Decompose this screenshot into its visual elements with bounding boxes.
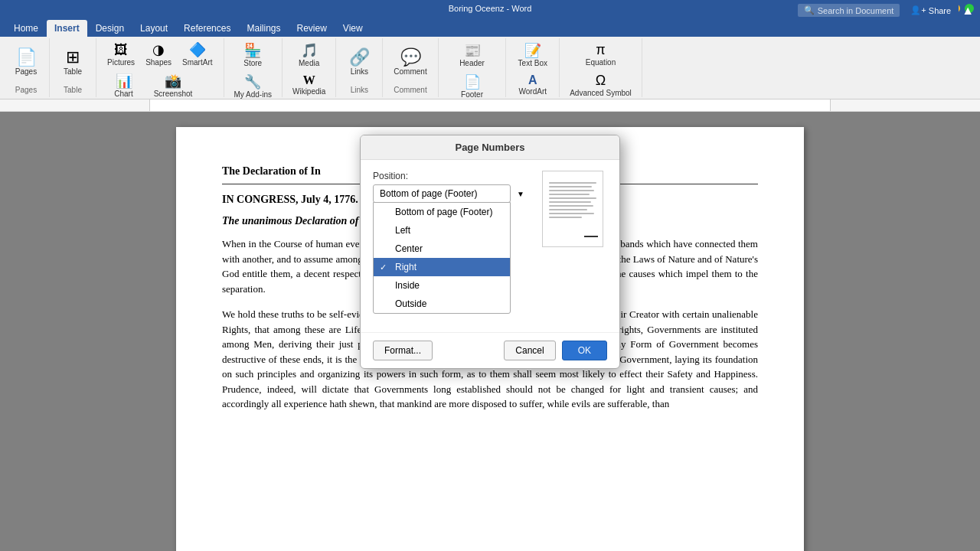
- document-area: The Declaration of In IN CONGRESS, July …: [0, 112, 980, 551]
- screenshot-icon: 📸: [165, 74, 181, 88]
- search-placeholder: Search in Document: [818, 6, 894, 15]
- dialog-left-panel: Position: Bottom of page (Footer) ▼ Bott…: [373, 171, 529, 321]
- header-button[interactable]: 📰 Header: [456, 40, 488, 70]
- shapes-button[interactable]: ◑ Shapes: [141, 40, 176, 70]
- ribbon-group-symbols: π Equation Ω Advanced Symbol: [560, 38, 642, 97]
- dialog-body: Position: Bottom of page (Footer) ▼ Bott…: [361, 160, 619, 332]
- page-numbers-dialog: Page Numbers Position: Bottom of page (F…: [360, 135, 620, 369]
- tab-references[interactable]: References: [176, 20, 238, 37]
- tab-insert[interactable]: Insert: [47, 20, 87, 37]
- symbol-button[interactable]: Ω Advanced Symbol: [566, 70, 635, 99]
- dropdown-item-bottom[interactable]: Bottom of page (Footer): [374, 203, 510, 221]
- ribbon-group-text: 📝 Text Box A WordArt A Drop Cap: [506, 38, 560, 97]
- dropdown-item-right[interactable]: ✓ Right: [374, 258, 510, 276]
- share-icon: 👤+: [910, 5, 926, 15]
- ribbon-group-table: ⊞ Table Table: [50, 38, 96, 97]
- ribbon-group-media: 🎵 Media W Wikipedia Media: [283, 38, 336, 97]
- alignment-dropdown: Bottom of page (Footer) Left Center: [373, 202, 511, 314]
- my-addins-button[interactable]: 🔧 My Add-ins: [230, 71, 276, 99]
- app-title: Boring Oceenz - Word: [449, 4, 532, 13]
- pages-label: Pages: [15, 67, 37, 76]
- tab-review[interactable]: Review: [289, 20, 334, 37]
- dialog-right-panel: [538, 171, 607, 321]
- footer-icon: 📄: [464, 73, 481, 90]
- dropdown-item-center[interactable]: Center: [374, 240, 510, 258]
- ribbon-group-header-footer: 📰 Header 📄 Footer 🔢 Page Number: [439, 38, 507, 97]
- tab-mailings[interactable]: Mailings: [239, 20, 288, 37]
- footer-button[interactable]: 📄 Footer: [457, 71, 487, 99]
- screenshot-button[interactable]: 📸 Screenshot: [146, 71, 200, 99]
- position-label: Position:: [373, 171, 529, 181]
- dropdown-item-left[interactable]: Left: [374, 221, 510, 240]
- tab-layout[interactable]: Layout: [132, 20, 175, 37]
- ribbon-group-pages: 📄 Pages Pages: [3, 38, 50, 97]
- tab-view[interactable]: View: [335, 20, 371, 37]
- format-button[interactable]: Format...: [373, 341, 433, 360]
- tab-design[interactable]: Design: [88, 20, 132, 37]
- position-select-display[interactable]: Bottom of page (Footer): [373, 184, 511, 203]
- wordart-button[interactable]: A WordArt: [515, 71, 551, 98]
- ribbon-group-links: 🔗 Links Links: [336, 38, 383, 97]
- chart-icon: 📊: [116, 74, 132, 88]
- pictures-button[interactable]: 🖼 Pictures: [103, 40, 139, 70]
- smartart-icon: 🔷: [189, 43, 206, 57]
- dropdown-item-outside[interactable]: Outside: [374, 295, 510, 313]
- pictures-icon: 🖼: [114, 43, 128, 57]
- comment-icon: 💬: [400, 49, 421, 66]
- page-number-preview: [542, 171, 603, 247]
- header-icon: 📰: [464, 42, 481, 59]
- pages-button[interactable]: 📄 Pages: [9, 46, 43, 79]
- textbox-button[interactable]: 📝 Text Box: [514, 40, 551, 70]
- dialog-footer-right: Cancel OK: [504, 341, 607, 360]
- ribbon-collapse-icon[interactable]: ▲: [962, 4, 974, 18]
- store-icon: 🏪: [244, 42, 261, 59]
- shapes-icon: ◑: [152, 43, 165, 57]
- share-button[interactable]: 👤+ Share: [903, 3, 959, 18]
- wikipedia-icon: W: [303, 73, 315, 87]
- table-group-label: Table: [64, 86, 82, 96]
- modal-overlay: Page Numbers Position: Bottom of page (F…: [0, 112, 980, 551]
- table-button[interactable]: ⊞ Table: [56, 46, 90, 79]
- ruler: [0, 99, 980, 112]
- preview-lines: [549, 182, 596, 220]
- ribbon-tabs: Home Insert Design Layout References Mai…: [0, 17, 980, 37]
- chart-button[interactable]: 📊 Chart: [103, 71, 145, 99]
- comment-button[interactable]: 💬 Comment: [389, 46, 431, 79]
- ribbon: 📄 Pages Pages ⊞ Table Table 🖼 Pictures ◑: [0, 37, 980, 99]
- pages-icon: 📄: [16, 49, 37, 66]
- links-button[interactable]: 🔗 Links: [342, 46, 376, 79]
- ruler-inner: [149, 99, 831, 111]
- links-icon: 🔗: [349, 49, 370, 66]
- ribbon-group-illustrations: 🖼 Pictures ◑ Shapes 🔷 SmartArt 📊 Chart: [96, 38, 224, 97]
- table-icon: ⊞: [66, 49, 80, 66]
- equation-button[interactable]: π Equation: [582, 40, 619, 69]
- ribbon-group-addins: 🏪 Store 🔧 My Add-ins: [224, 38, 283, 97]
- media-icon: 🎵: [301, 42, 318, 59]
- wordart-icon: A: [528, 73, 537, 87]
- textbox-icon: 📝: [524, 42, 541, 59]
- position-field-row: Position: Bottom of page (Footer) ▼ Bott…: [373, 171, 529, 314]
- selected-check-icon: ✓: [380, 262, 390, 272]
- addins-icon: 🔧: [244, 73, 261, 90]
- position-select-arrow-icon: ▼: [517, 190, 524, 198]
- symbol-icon: Ω: [596, 73, 606, 89]
- smartart-button[interactable]: 🔷 SmartArt: [178, 40, 217, 70]
- position-select-wrapper: Bottom of page (Footer) ▼: [373, 184, 529, 203]
- preview-footer-number: [584, 236, 598, 237]
- dropdown-item-inside[interactable]: Inside: [374, 276, 510, 295]
- wikipedia-button[interactable]: W Wikipedia: [289, 71, 329, 98]
- store-button[interactable]: 🏪 Store: [240, 40, 266, 70]
- ribbon-group-comments: 💬 Comment Comment: [383, 38, 438, 97]
- search-box[interactable]: 🔍 Search in Document: [798, 4, 900, 17]
- media-button[interactable]: 🎵 Media: [295, 40, 323, 70]
- ok-button[interactable]: OK: [562, 341, 607, 360]
- table-label: Table: [64, 67, 82, 76]
- tab-home[interactable]: Home: [6, 20, 46, 37]
- cancel-button[interactable]: Cancel: [504, 341, 555, 360]
- dialog-title: Page Numbers: [361, 135, 619, 160]
- equation-icon: π: [596, 42, 605, 58]
- pages-group-label: Pages: [15, 86, 37, 96]
- dialog-footer: Format... Cancel OK: [361, 332, 619, 368]
